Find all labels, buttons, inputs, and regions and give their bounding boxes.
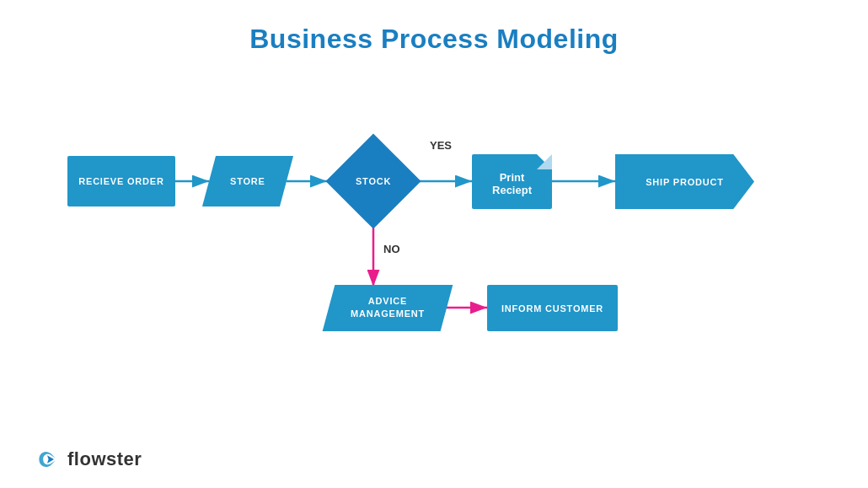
diagram: RECIEVE ORDER STORE STOCK YES NO Print R… [25, 93, 843, 437]
slide: Business Process Modeling [0, 0, 868, 488]
ship-product-node: SHIP PRODUCT [615, 154, 754, 209]
receive-order-node: RECIEVE ORDER [67, 156, 175, 206]
store-node: STORE [202, 156, 293, 206]
logo: flowster [34, 446, 142, 473]
no-label: NO [383, 243, 400, 255]
yes-label: YES [430, 139, 452, 152]
inform-customer-node: INFORM CUSTOMER [487, 285, 618, 331]
logo-text: flowster [67, 448, 142, 470]
advice-management-node: ADVICEMANAGEMENT [323, 285, 453, 331]
stock-node: STOCK [327, 135, 420, 228]
print-receipt-node: Print Reciept [472, 154, 552, 209]
logo-icon [34, 446, 61, 473]
page-title: Business Process Modeling [0, 0, 868, 55]
